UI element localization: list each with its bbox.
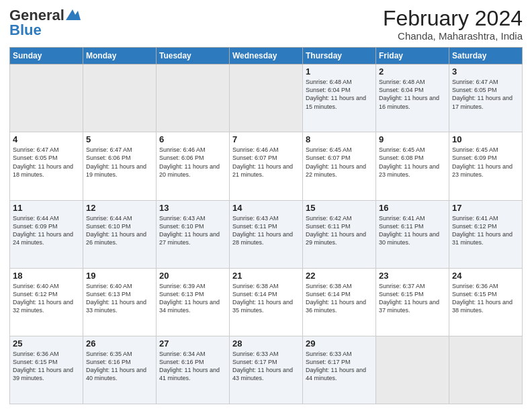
table-row: 20Sunrise: 6:39 AMSunset: 6:13 PMDayligh… bbox=[157, 268, 230, 336]
table-row: 18Sunrise: 6:40 AMSunset: 6:12 PMDayligh… bbox=[10, 268, 83, 336]
col-thursday: Thursday bbox=[303, 48, 376, 64]
table-row bbox=[449, 336, 523, 404]
day-info: Sunrise: 6:45 AMSunset: 6:09 PMDaylight:… bbox=[452, 146, 519, 179]
table-row: 24Sunrise: 6:36 AMSunset: 6:15 PMDayligh… bbox=[449, 268, 523, 336]
table-row: 9Sunrise: 6:45 AMSunset: 6:08 PMDaylight… bbox=[376, 132, 449, 200]
table-row bbox=[376, 336, 449, 404]
table-row: 23Sunrise: 6:37 AMSunset: 6:15 PMDayligh… bbox=[376, 268, 449, 336]
day-info: Sunrise: 6:33 AMSunset: 6:17 PMDaylight:… bbox=[306, 350, 373, 383]
table-row: 17Sunrise: 6:41 AMSunset: 6:12 PMDayligh… bbox=[449, 200, 523, 268]
day-number: 29 bbox=[306, 338, 373, 349]
col-wednesday: Wednesday bbox=[230, 48, 303, 64]
header: General Blue February 2024 Chanda, Mahar… bbox=[9, 7, 523, 42]
day-info: Sunrise: 6:35 AMSunset: 6:16 PMDaylight:… bbox=[86, 350, 153, 383]
day-number: 26 bbox=[86, 338, 153, 349]
table-row: 2Sunrise: 6:48 AMSunset: 6:04 PMDaylight… bbox=[376, 64, 449, 132]
day-info: Sunrise: 6:41 AMSunset: 6:12 PMDaylight:… bbox=[452, 214, 519, 247]
calendar-table: Sunday Monday Tuesday Wednesday Thursday… bbox=[9, 47, 523, 404]
day-info: Sunrise: 6:46 AMSunset: 6:06 PMDaylight:… bbox=[159, 146, 226, 179]
calendar-week-row: 4Sunrise: 6:47 AMSunset: 6:05 PMDaylight… bbox=[10, 132, 523, 200]
table-row: 4Sunrise: 6:47 AMSunset: 6:05 PMDaylight… bbox=[10, 132, 83, 200]
day-number: 2 bbox=[379, 66, 446, 77]
table-row: 16Sunrise: 6:41 AMSunset: 6:11 PMDayligh… bbox=[376, 200, 449, 268]
day-number: 6 bbox=[159, 134, 226, 144]
day-number: 1 bbox=[306, 66, 373, 77]
table-row: 5Sunrise: 6:47 AMSunset: 6:06 PMDaylight… bbox=[83, 132, 157, 200]
day-info: Sunrise: 6:38 AMSunset: 6:14 PMDaylight:… bbox=[232, 282, 300, 315]
day-number: 28 bbox=[232, 338, 300, 349]
table-row: 6Sunrise: 6:46 AMSunset: 6:06 PMDaylight… bbox=[157, 132, 230, 200]
table-row: 29Sunrise: 6:33 AMSunset: 6:17 PMDayligh… bbox=[303, 336, 376, 404]
page: General Blue February 2024 Chanda, Mahar… bbox=[0, 0, 532, 411]
col-saturday: Saturday bbox=[449, 48, 523, 64]
table-row: 8Sunrise: 6:45 AMSunset: 6:07 PMDaylight… bbox=[303, 132, 376, 200]
table-row bbox=[157, 64, 230, 132]
col-friday: Friday bbox=[376, 48, 449, 64]
table-row: 21Sunrise: 6:38 AMSunset: 6:14 PMDayligh… bbox=[230, 268, 303, 336]
table-row: 14Sunrise: 6:43 AMSunset: 6:11 PMDayligh… bbox=[230, 200, 303, 268]
day-info: Sunrise: 6:44 AMSunset: 6:09 PMDaylight:… bbox=[13, 214, 80, 247]
day-number: 23 bbox=[379, 271, 446, 281]
table-row: 28Sunrise: 6:33 AMSunset: 6:17 PMDayligh… bbox=[230, 336, 303, 404]
day-number: 27 bbox=[159, 338, 226, 349]
day-number: 12 bbox=[86, 203, 153, 213]
table-row: 10Sunrise: 6:45 AMSunset: 6:09 PMDayligh… bbox=[449, 132, 523, 200]
day-info: Sunrise: 6:37 AMSunset: 6:15 PMDaylight:… bbox=[379, 282, 446, 315]
table-row: 25Sunrise: 6:36 AMSunset: 6:15 PMDayligh… bbox=[10, 336, 83, 404]
table-row: 7Sunrise: 6:46 AMSunset: 6:07 PMDaylight… bbox=[230, 132, 303, 200]
table-row bbox=[10, 64, 83, 132]
day-number: 10 bbox=[452, 134, 519, 144]
day-number: 7 bbox=[232, 134, 300, 144]
day-number: 17 bbox=[452, 203, 519, 213]
day-number: 21 bbox=[232, 271, 300, 281]
day-info: Sunrise: 6:36 AMSunset: 6:15 PMDaylight:… bbox=[13, 350, 80, 383]
logo-bird-icon bbox=[66, 8, 81, 20]
logo: General Blue bbox=[9, 7, 81, 39]
day-info: Sunrise: 6:46 AMSunset: 6:07 PMDaylight:… bbox=[232, 146, 300, 179]
day-info: Sunrise: 6:36 AMSunset: 6:15 PMDaylight:… bbox=[452, 282, 519, 315]
calendar-title: February 2024 bbox=[383, 7, 523, 30]
calendar-week-row: 25Sunrise: 6:36 AMSunset: 6:15 PMDayligh… bbox=[10, 336, 523, 404]
day-number: 15 bbox=[306, 203, 373, 213]
day-number: 13 bbox=[159, 203, 226, 213]
day-number: 20 bbox=[159, 271, 226, 281]
logo-blue: Blue bbox=[9, 21, 42, 39]
day-info: Sunrise: 6:39 AMSunset: 6:13 PMDaylight:… bbox=[159, 282, 226, 315]
col-monday: Monday bbox=[83, 48, 157, 64]
day-number: 19 bbox=[86, 271, 153, 281]
table-row: 1Sunrise: 6:48 AMSunset: 6:04 PMDaylight… bbox=[303, 64, 376, 132]
day-number: 4 bbox=[13, 134, 80, 144]
day-info: Sunrise: 6:43 AMSunset: 6:10 PMDaylight:… bbox=[159, 214, 226, 247]
day-info: Sunrise: 6:40 AMSunset: 6:12 PMDaylight:… bbox=[13, 282, 80, 315]
day-number: 9 bbox=[379, 134, 446, 144]
day-info: Sunrise: 6:47 AMSunset: 6:05 PMDaylight:… bbox=[13, 146, 80, 179]
day-number: 14 bbox=[232, 203, 300, 213]
day-number: 22 bbox=[306, 271, 373, 281]
day-info: Sunrise: 6:44 AMSunset: 6:10 PMDaylight:… bbox=[86, 214, 153, 247]
table-row: 26Sunrise: 6:35 AMSunset: 6:16 PMDayligh… bbox=[83, 336, 157, 404]
day-info: Sunrise: 6:33 AMSunset: 6:17 PMDaylight:… bbox=[232, 350, 300, 383]
day-number: 25 bbox=[13, 338, 80, 349]
calendar-week-row: 11Sunrise: 6:44 AMSunset: 6:09 PMDayligh… bbox=[10, 200, 523, 268]
day-number: 16 bbox=[379, 203, 446, 213]
table-row: 27Sunrise: 6:34 AMSunset: 6:16 PMDayligh… bbox=[157, 336, 230, 404]
table-row: 19Sunrise: 6:40 AMSunset: 6:13 PMDayligh… bbox=[83, 268, 157, 336]
calendar-week-row: 18Sunrise: 6:40 AMSunset: 6:12 PMDayligh… bbox=[10, 268, 523, 336]
table-row: 15Sunrise: 6:42 AMSunset: 6:11 PMDayligh… bbox=[303, 200, 376, 268]
day-info: Sunrise: 6:47 AMSunset: 6:05 PMDaylight:… bbox=[452, 78, 519, 111]
day-info: Sunrise: 6:34 AMSunset: 6:16 PMDaylight:… bbox=[159, 350, 226, 383]
day-info: Sunrise: 6:48 AMSunset: 6:04 PMDaylight:… bbox=[306, 78, 373, 111]
table-row bbox=[230, 64, 303, 132]
table-row: 13Sunrise: 6:43 AMSunset: 6:10 PMDayligh… bbox=[157, 200, 230, 268]
table-row: 11Sunrise: 6:44 AMSunset: 6:09 PMDayligh… bbox=[10, 200, 83, 268]
day-number: 5 bbox=[86, 134, 153, 144]
day-info: Sunrise: 6:38 AMSunset: 6:14 PMDaylight:… bbox=[306, 282, 373, 315]
day-number: 11 bbox=[13, 203, 80, 213]
day-info: Sunrise: 6:41 AMSunset: 6:11 PMDaylight:… bbox=[379, 214, 446, 247]
svg-marker-0 bbox=[66, 9, 81, 20]
table-row bbox=[83, 64, 157, 132]
title-block: February 2024 Chanda, Maharashtra, India bbox=[383, 7, 523, 42]
table-row: 12Sunrise: 6:44 AMSunset: 6:10 PMDayligh… bbox=[83, 200, 157, 268]
day-info: Sunrise: 6:40 AMSunset: 6:13 PMDaylight:… bbox=[86, 282, 153, 315]
day-info: Sunrise: 6:48 AMSunset: 6:04 PMDaylight:… bbox=[379, 78, 446, 111]
